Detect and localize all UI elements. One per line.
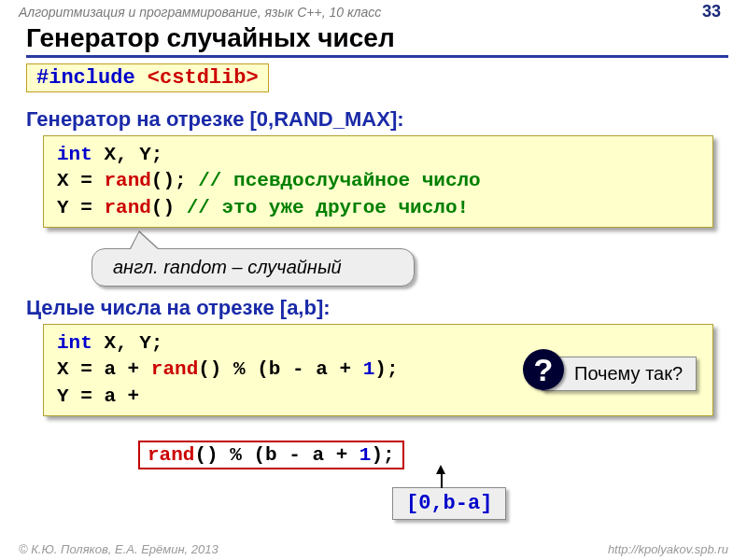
footer-url: http://kpolyakov.spb.ru xyxy=(608,542,728,556)
code-line: X = rand(); // псевдослучайное число xyxy=(57,168,699,194)
highlight-box: rand() % (b - a + 1); xyxy=(138,441,404,469)
footer: © К.Ю. Поляков, Е.А. Ерёмин, 2013 http:/… xyxy=(19,542,728,556)
page-number: 33 xyxy=(702,2,721,21)
top-bar: Алгоритмизация и программирование, язык … xyxy=(0,0,747,21)
slide: Алгоритмизация и программирование, язык … xyxy=(0,0,747,560)
include-header: <cstdlib> xyxy=(148,66,259,90)
random-callout: англ. random – случайный xyxy=(92,248,415,287)
include-directive: #include <cstdlib> xyxy=(26,63,269,92)
copyright: © К.Ю. Поляков, Е.А. Ерёмин, 2013 xyxy=(19,542,218,556)
code-line: Y = rand() // это уже другое число! xyxy=(57,195,699,221)
why-text: Почему так? xyxy=(574,363,683,384)
question-mark-icon: ? xyxy=(523,349,564,390)
code-line: int X, Y; xyxy=(57,142,699,168)
range-label: [0,b-a] xyxy=(392,487,506,520)
code-block-1: int X, Y; X = rand(); // псевдослучайное… xyxy=(43,135,713,228)
slide-title: Генератор случайных чисел xyxy=(26,23,728,58)
include-keyword: #include xyxy=(36,66,148,90)
callout-tail-icon xyxy=(130,232,160,251)
code-line: int X, Y; xyxy=(57,330,699,357)
course-label: Алгоритмизация и программирование, язык … xyxy=(19,5,381,20)
block2-heading: Целые числа на отрезке [a,b]: xyxy=(26,296,721,320)
block1-heading: Генератор на отрезке [0,RAND_MAX]: xyxy=(26,107,721,132)
why-callout: Почему так? xyxy=(542,357,697,391)
arrow-head-icon xyxy=(436,465,445,474)
